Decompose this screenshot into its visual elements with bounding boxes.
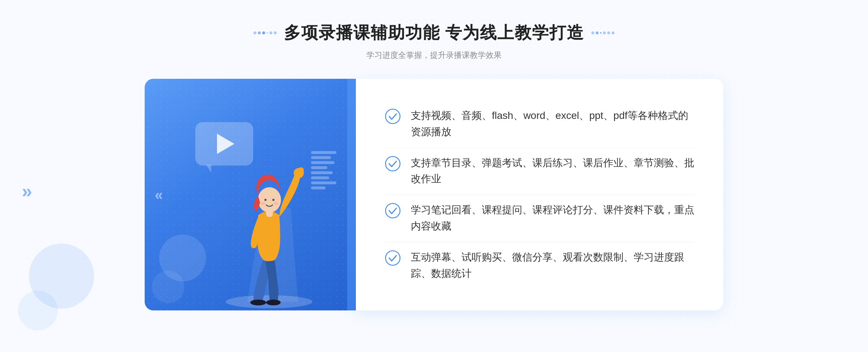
check-icon-1 — [385, 108, 401, 124]
svg-point-14 — [386, 203, 400, 218]
svg-point-11 — [273, 202, 278, 205]
svg-point-12 — [386, 109, 400, 124]
circle-deco-2 — [152, 271, 184, 303]
features-panel: 支持视频、音频、flash、word、excel、ppt、pdf等各种格式的资源… — [356, 79, 723, 310]
feature-item-3: 学习笔记回看、课程提问、课程评论打分、课件资料下载，重点内容收藏 — [385, 195, 694, 242]
svg-point-5 — [298, 167, 304, 173]
svg-point-10 — [260, 202, 265, 205]
svg-point-7 — [258, 187, 281, 213]
svg-point-13 — [386, 156, 400, 171]
check-icon-2 — [385, 156, 401, 172]
feature-item-2: 支持章节目录、弹题考试、课后练习、课后作业、章节测验、批改作业 — [385, 148, 694, 195]
connector-bar — [347, 79, 356, 310]
check-icon-4 — [385, 250, 401, 266]
feature-item-4: 互动弹幕、试听购买、微信分享、观看次数限制、学习进度跟踪、数据统计 — [385, 242, 694, 289]
check-icon-3 — [385, 203, 401, 219]
header-section: 多项录播课辅助功能 专为线上教学打造 学习进度全掌握，提升录播课教学效果 — [254, 22, 615, 61]
outer-arrow-icon: » — [22, 180, 32, 202]
svg-point-9 — [272, 199, 275, 201]
title-row: 多项录播课辅助功能 专为线上教学打造 — [254, 22, 615, 44]
svg-point-15 — [386, 251, 400, 265]
feature-text-2: 支持章节目录、弹题考试、课后练习、课后作业、章节测验、批改作业 — [411, 155, 694, 188]
illustration-panel: « — [145, 79, 347, 310]
dots-deco-left — [254, 31, 277, 34]
feature-text-3: 学习笔记回看、课程提问、课程评论打分、课件资料下载，重点内容收藏 — [411, 202, 694, 235]
page-wrapper: » 多项录播课辅助功能 专为线上教学打造 学习进度全掌握，提升录播课教学效果 — [0, 0, 868, 352]
svg-point-2 — [250, 300, 266, 305]
feature-item-1: 支持视频、音频、flash、word、excel、ppt、pdf等各种格式的资源… — [385, 100, 694, 148]
outer-circle-deco-2 — [18, 291, 58, 330]
person-figure — [211, 136, 327, 310]
arrow-left-deco: « — [155, 186, 163, 203]
dots-deco-right — [591, 31, 614, 34]
sub-title: 学习进度全掌握，提升录播课教学效果 — [254, 50, 615, 61]
svg-point-8 — [264, 199, 267, 201]
feature-text-4: 互动弹幕、试听购买、微信分享、观看次数限制、学习进度跟踪、数据统计 — [411, 249, 694, 282]
content-area: « — [145, 79, 723, 310]
feature-text-1: 支持视频、音频、flash、word、excel、ppt、pdf等各种格式的资源… — [411, 108, 694, 140]
main-title: 多项录播课辅助功能 专为线上教学打造 — [284, 22, 584, 44]
svg-point-3 — [266, 300, 281, 305]
